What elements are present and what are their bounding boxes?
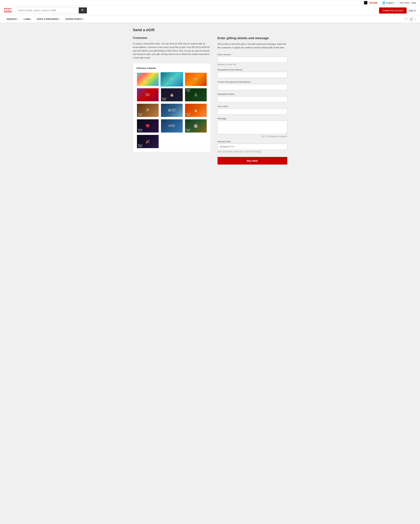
nav-item-label[interactable]: LABEL <box>21 15 34 23</box>
chevron-down-icon: ▾ <box>17 18 18 20</box>
chevron-down-icon: ▾ <box>83 18 84 20</box>
theme-card-birthday[interactable]: 🎂 Rakuten kobo <box>160 88 183 102</box>
cart-icon[interactable]: 🛒 <box>409 17 414 21</box>
theme-title: Choose a theme <box>136 67 207 70</box>
theme-card-logo: Rakuten kobo <box>145 93 150 96</box>
amount-hint: Between 10 and 100 <box>218 63 287 66</box>
theme-card-logo: Rakuten kobo <box>186 113 191 116</box>
theme-card-snowman[interactable]: ⛄ Rakuten kobo <box>185 103 207 117</box>
delivery-date-input[interactable] <box>218 144 287 150</box>
page-content: Send a eGift Customize It's easy to send… <box>129 23 291 169</box>
gift-cards-link[interactable]: Gift Cards <box>400 1 410 4</box>
theme-card-hearts-dark[interactable]: ❤️ Rakuten kobo <box>136 119 159 133</box>
search-button[interactable]: 🔍 <box>79 8 87 13</box>
theme-card-giftbox[interactable]: 📦 Rakuten kobo <box>136 103 159 117</box>
nav-apps-label: APPS & eREADERS <box>37 18 59 20</box>
recipient-email-input[interactable] <box>218 72 287 78</box>
buy-now-button[interactable]: Buy Now <box>218 157 287 165</box>
nav-item-apps[interactable]: APPS & eREADERS ▾ <box>34 15 63 23</box>
your-name-input[interactable] <box>218 108 287 114</box>
theme-card-logo: Rakuten kobo <box>193 78 198 81</box>
theme-card-celebration[interactable]: 🎉 Rakuten kobo <box>136 134 159 149</box>
divider: | <box>397 1 397 4</box>
recipient-name-label: Receipient Name <box>218 93 287 96</box>
theme-card-logo: Rakuten kobo <box>138 144 143 148</box>
theme-card-logo: Rakuten kobo <box>169 78 174 81</box>
create-account-button[interactable]: Create free account <box>379 8 407 14</box>
nav-menu: eBOOKS ▾ LABEL APPS & eREADERS ▾ SUPER P… <box>0 15 420 23</box>
chevron-down-icon: ▾ <box>59 18 60 20</box>
nav-superpoints-label: SUPER POINTS <box>65 18 82 20</box>
customize-desc: It's easy to send eGift cards. You can s… <box>133 42 211 60</box>
page-title: Send a eGift <box>133 28 287 32</box>
logo[interactable]: Rakuten kobo <box>4 8 12 13</box>
theme-card-logo: Rakuten kobo <box>186 89 191 92</box>
nav-ebooks-label: eBOOKS <box>7 18 17 20</box>
delivery-date-group: Delivery Date (You can choose a date up … <box>218 140 287 153</box>
recipient-name-group: Receipient Name <box>218 93 287 102</box>
chevron-down-icon: ▾ <box>394 2 395 4</box>
theme-card-logo: Rakuten kobo <box>171 109 176 112</box>
amount-input[interactable] <box>218 57 287 63</box>
recipient-name-input[interactable] <box>218 96 287 102</box>
your-name-group: Your name <box>218 105 287 114</box>
theme-card-purple[interactable]: Rakuten kobo <box>136 88 159 102</box>
confirm-email-input[interactable] <box>218 84 287 90</box>
help-link[interactable]: Help <box>411 1 416 4</box>
theme-card-pink-heart[interactable]: ♥ Rakuten kobo <box>160 119 183 133</box>
theme-card-orange[interactable]: Rakuten kobo <box>185 72 207 87</box>
black-square-icon <box>364 1 367 4</box>
search-icon: 🔍 <box>81 9 84 12</box>
theme-card-winter[interactable]: ❄️ Rakuten kobo <box>160 103 183 117</box>
two-column-layout: Customize It's easy to send eGift cards.… <box>133 36 287 165</box>
nav-item-superpoints[interactable]: SUPER POINTS ▾ <box>63 15 87 23</box>
message-textarea[interactable] <box>218 121 287 134</box>
globe-icon: 🌐 <box>382 1 386 4</box>
theme-card-logo: Rakuten kobo <box>138 129 143 132</box>
get-10-link[interactable]: Get $10 <box>370 1 377 4</box>
language-selector[interactable]: 🌐 English ▾ <box>382 1 395 4</box>
form-title: Enter gifting details and message <box>218 36 287 40</box>
date-row <box>218 144 287 150</box>
language-label: English <box>386 1 394 4</box>
message-count: (0) 270 characters minimum <box>218 135 287 138</box>
recipient-email-group: Receipient Email Address <box>218 69 287 78</box>
theme-card-logo: Rakuten kobo <box>145 78 150 81</box>
theme-card-logo: Rakuten kobo <box>171 124 175 127</box>
theme-card-logo: Rakuten kobo <box>162 98 167 101</box>
sign-in-link[interactable]: Sign in <box>409 9 416 12</box>
search-input[interactable] <box>16 8 79 13</box>
confirm-email-label: Confirm Receipient Email Address <box>218 81 287 83</box>
message-label: Message <box>218 117 287 120</box>
search-bar: 🔍 <box>16 7 87 14</box>
delivery-date-hint: (You can choose a date up to 1 year from… <box>218 150 287 153</box>
top-bar: Get $10 | 🌐 English ▾ | Gift Cards Help <box>0 0 420 6</box>
nav-right-icons: ♡ 🛒 ▾ <box>404 17 416 21</box>
nav-label-label: LABEL <box>24 18 31 20</box>
theme-card-blue[interactable]: Rakuten kobo <box>160 72 183 87</box>
right-column: Enter gifting details and message Tell u… <box>218 36 287 165</box>
wishlist-icon[interactable]: ♡ <box>404 17 408 21</box>
divider: | <box>379 1 380 4</box>
nav-item-ebooks[interactable]: eBOOKS ▾ <box>4 15 21 23</box>
recipient-email-label: Receipient Email Address <box>218 69 287 71</box>
customize-title: Customize <box>133 36 211 40</box>
amount-group: Enter Amount Between 10 and 100 <box>218 53 287 66</box>
theme-card-logo: Rakuten kobo <box>186 129 191 132</box>
nav-right: Create free account Sign in <box>379 8 416 14</box>
main-nav: Rakuten kobo 🔍 Create free account Sign … <box>0 6 420 15</box>
theme-card-christmas[interactable]: 🎄 Rakuten kobo <box>185 88 207 102</box>
logo-kobo-text: kobo <box>4 9 12 13</box>
cart-chevron-icon: ▾ <box>415 18 416 20</box>
theme-box: Choose a theme Rakuten kobo <box>133 63 211 152</box>
form-desc: Tell us who to send this gift to, and ad… <box>218 42 287 50</box>
message-group: Message (0) 270 characters minimum <box>218 117 287 138</box>
confirm-email-group: Confirm Receipient Email Address <box>218 81 287 90</box>
amount-label: Enter Amount <box>218 53 287 56</box>
theme-card-rainbow[interactable]: Rakuten kobo <box>136 72 159 87</box>
theme-grid: Rakuten kobo Rakuten k <box>136 72 207 149</box>
left-column: Customize It's easy to send eGift cards.… <box>133 36 211 152</box>
delivery-date-label: Delivery Date <box>218 140 287 143</box>
theme-card-logo: Rakuten kobo <box>138 113 143 116</box>
theme-card-flowers[interactable]: 🌸 Rakuten kobo <box>185 119 207 133</box>
